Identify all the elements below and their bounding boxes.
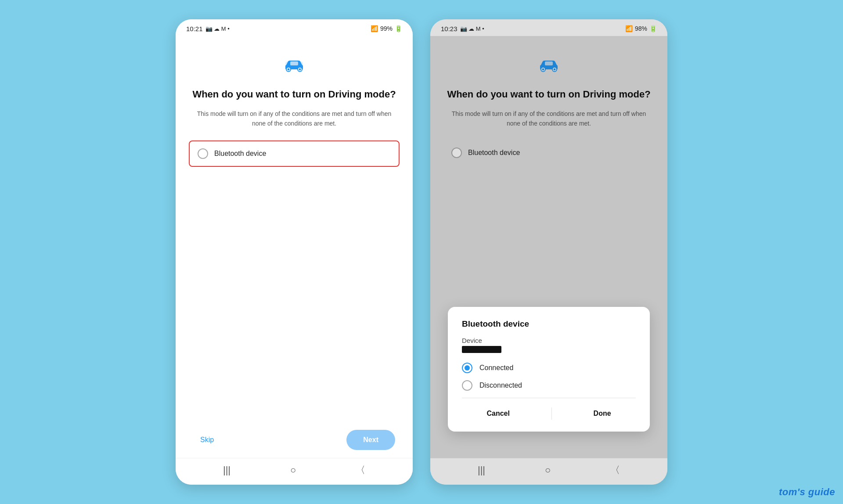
radio-disconnected[interactable]: [462, 380, 472, 391]
dialog-device-label: Device: [462, 337, 636, 344]
wifi-icon-2: 📶: [625, 25, 633, 32]
nav-home-icon[interactable]: ○: [290, 464, 296, 476]
nav-recent-icon-2[interactable]: |||: [478, 464, 485, 476]
phone-screen-2: 10:23 📷 ☁ M • 📶 98% 🔋: [430, 19, 667, 485]
status-bar-1: 10:21 📷 ☁ M • 📶 99% 🔋: [176, 19, 413, 36]
radio-bluetooth-1[interactable]: [198, 148, 208, 159]
wifi-icon-1: 📶: [371, 25, 378, 32]
nav-home-icon-2[interactable]: ○: [545, 464, 551, 476]
toms-guide-watermark: tom's guide: [779, 486, 835, 498]
car-icon-1: [283, 54, 306, 78]
status-bar-2: 10:23 📷 ☁ M • 📶 98% 🔋: [430, 19, 667, 36]
battery-icon-1: 🔋: [395, 25, 402, 32]
nav-bar-2: ||| ○ 〈: [430, 458, 667, 485]
svg-point-5: [299, 68, 301, 71]
connected-label: Connected: [479, 364, 513, 372]
bluetooth-label-1: Bluetooth device: [214, 150, 266, 158]
phone1-main-content: When do you want to turn on Driving mode…: [176, 36, 413, 458]
bottom-buttons-1: Skip Next: [189, 422, 400, 458]
dialog-actions: Cancel Done: [462, 404, 636, 421]
skip-button[interactable]: Skip: [193, 432, 221, 448]
time-2: 10:23: [441, 25, 458, 32]
battery-1: 99%: [380, 25, 393, 32]
bluetooth-dialog: Bluetooth device Device Connected Discon…: [448, 307, 650, 432]
dialog-overlay: Bluetooth device Device Connected Discon…: [430, 36, 667, 458]
battery-2: 98%: [635, 25, 647, 32]
cancel-button[interactable]: Cancel: [479, 406, 517, 421]
next-button[interactable]: Next: [346, 430, 395, 450]
status-time-2: 10:23 📷 ☁ M •: [441, 25, 484, 32]
status-icons-1: 📷 ☁ M •: [205, 25, 230, 32]
svg-rect-1: [290, 61, 298, 65]
main-desc-1: This mode will turn on if any of the con…: [189, 109, 400, 129]
disconnected-label: Disconnected: [479, 382, 522, 389]
nav-recent-icon[interactable]: |||: [223, 464, 231, 476]
radio-connected[interactable]: [462, 363, 472, 373]
main-title-1: When do you want to turn on Driving mode…: [192, 88, 396, 101]
status-right-2: 📶 98% 🔋: [625, 25, 657, 32]
done-button[interactable]: Done: [586, 406, 619, 421]
status-time-1: 10:21 📷 ☁ M •: [186, 25, 230, 32]
battery-icon-2: 🔋: [649, 25, 657, 32]
status-right-1: 📶 99% 🔋: [371, 25, 402, 32]
phone-screen-1: 10:21 📷 ☁ M • 📶 99% 🔋: [176, 19, 413, 485]
dialog-divider: [462, 398, 636, 398]
dialog-connected-option[interactable]: Connected: [462, 363, 636, 373]
dialog-disconnected-option[interactable]: Disconnected: [462, 380, 636, 391]
bluetooth-option-1[interactable]: Bluetooth device: [189, 140, 400, 167]
dialog-action-separator: [551, 407, 552, 420]
time-1: 10:21: [186, 25, 203, 32]
svg-point-3: [288, 68, 290, 71]
dialog-title: Bluetooth device: [462, 319, 636, 329]
dialog-device-redacted: [462, 346, 501, 353]
nav-back-icon-2[interactable]: 〈: [610, 464, 620, 477]
nav-back-icon[interactable]: 〈: [356, 464, 365, 477]
nav-bar-1: ||| ○ 〈: [176, 458, 413, 485]
phone2-main-content: When do you want to turn on Driving mode…: [430, 36, 667, 458]
status-icons-2: 📷 ☁ M •: [460, 25, 484, 32]
